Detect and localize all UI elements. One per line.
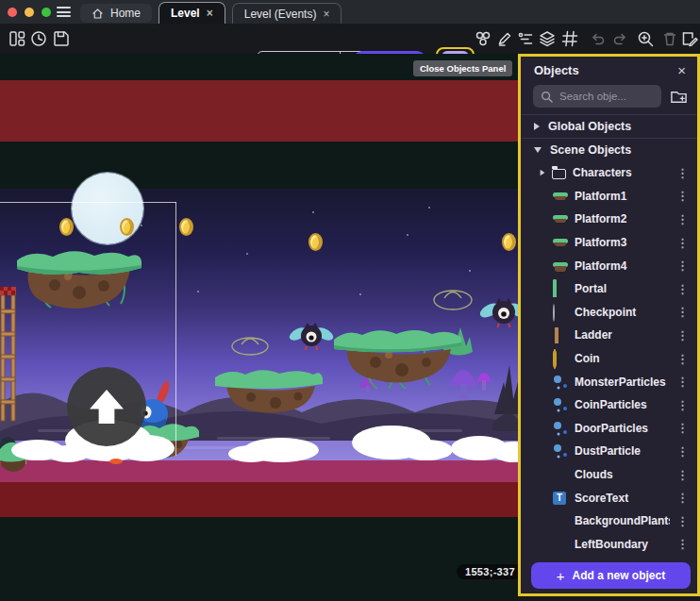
tab-home[interactable]: Home: [80, 4, 152, 23]
kebab-menu-icon[interactable]: ⋮: [676, 212, 689, 226]
zoom-in-icon[interactable]: [637, 30, 654, 47]
balloon-cloud-instance[interactable]: [72, 173, 143, 244]
chevron-right-icon: [541, 170, 545, 175]
tab-label: Home: [110, 7, 141, 20]
tab-label: Level (Events): [244, 8, 317, 21]
ufo-sketch-left: [232, 338, 268, 355]
platform-thumbnail-icon: [553, 259, 568, 274]
scene-editor-canvas[interactable]: 1553;-337: [0, 54, 518, 601]
object-item-label: Platform2: [575, 212, 670, 225]
object-item-label: Platform4: [575, 259, 670, 273]
kebab-menu-icon[interactable]: ⋮: [676, 328, 689, 342]
window-controls: [8, 8, 51, 17]
kebab-menu-icon[interactable]: ⋮: [676, 375, 689, 389]
add-folder-icon[interactable]: [670, 88, 688, 106]
close-tab-icon[interactable]: ×: [207, 8, 213, 19]
monster-instance-center[interactable]: [288, 323, 336, 350]
kebab-menu-icon[interactable]: ⋮: [676, 421, 689, 435]
background-plants-instance[interactable]: [492, 365, 518, 431]
instances-list-icon[interactable]: [517, 30, 534, 47]
tab-level-events[interactable]: Level (Events) ×: [232, 3, 342, 24]
group-global-objects[interactable]: Global Objects: [521, 114, 697, 138]
platform-instance-top-left[interactable]: [17, 251, 142, 309]
kebab-menu-icon[interactable]: ⋮: [676, 259, 689, 273]
kebab-menu-icon[interactable]: ⋮: [676, 468, 689, 482]
particles-thumbnail-icon: [553, 375, 568, 390]
kebab-menu-icon[interactable]: ⋮: [676, 444, 689, 459]
group-scene-objects[interactable]: Scene Objects: [521, 138, 697, 161]
object-item-label: Clouds: [575, 468, 670, 481]
close-tab-icon[interactable]: ×: [323, 8, 329, 20]
folder-icon: [552, 169, 566, 179]
undo-icon[interactable]: [590, 30, 607, 47]
particles-thumbnail-icon: [553, 443, 568, 459]
panels-layout-icon[interactable]: [8, 30, 25, 47]
object-item-platform3[interactable]: Platform3⋮: [521, 231, 697, 255]
group-label: Global Objects: [548, 120, 631, 133]
kebab-menu-icon[interactable]: ⋮: [676, 282, 689, 296]
add-new-object-button[interactable]: + Add a new object: [531, 562, 691, 589]
object-item-scoretext[interactable]: TScoreText⋮: [521, 486, 697, 509]
object-item-dustparticle[interactable]: DustParticle⋮: [521, 440, 697, 463]
group-label: Scene Objects: [550, 143, 631, 157]
kebab-menu-icon[interactable]: ⋮: [676, 236, 689, 250]
ladder-instance[interactable]: [0, 287, 16, 421]
edit-pencil-icon[interactable]: [496, 30, 513, 47]
maximize-window-button[interactable]: [42, 8, 51, 17]
object-item-ladder[interactable]: Ladder⋮: [521, 324, 697, 347]
gdevelop-editor-window: Home Level × Level (Events) × Preview: [0, 0, 700, 601]
touch-jump-button-instance[interactable]: [67, 367, 146, 446]
object-item-doorparticles[interactable]: DoorParticles⋮: [521, 417, 697, 441]
stars: [86, 207, 471, 295]
checkpoint-thumbnail-icon: [553, 304, 555, 322]
close-window-button[interactable]: [8, 8, 17, 17]
object-item-backgroundplants[interactable]: BackgroundPlants⋮: [521, 509, 697, 533]
kebab-menu-icon[interactable]: ⋮: [676, 305, 689, 319]
save-icon[interactable]: [53, 30, 70, 47]
platform-instance-center[interactable]: [334, 330, 461, 389]
kebab-menu-icon[interactable]: ⋮: [676, 398, 689, 412]
object-item-leftboundary[interactable]: LeftBoundary⋮: [521, 533, 697, 557]
trash-icon[interactable]: [661, 30, 678, 47]
object-item-label: Portal: [575, 282, 670, 295]
grid-icon[interactable]: [561, 30, 578, 47]
kebab-menu-icon[interactable]: ⋮: [676, 189, 689, 203]
edit-scene-properties-icon[interactable]: [681, 30, 698, 47]
main-menu-icon[interactable]: [57, 7, 71, 17]
kebab-menu-icon[interactable]: ⋮: [676, 537, 689, 551]
layers-icon[interactable]: [539, 30, 556, 47]
minimize-window-button[interactable]: [25, 8, 34, 17]
tab-label: Level: [171, 7, 200, 20]
objects-panel: Objects × Search obje... Global Objects …: [518, 54, 700, 596]
coin-instance[interactable]: [120, 218, 134, 236]
redo-icon[interactable]: [611, 30, 628, 47]
platform-thumbnail-icon: [553, 235, 568, 250]
coin-instance[interactable]: [308, 233, 323, 251]
scene-window-border-right: [175, 202, 176, 456]
kebab-menu-icon[interactable]: ⋮: [676, 514, 689, 528]
object-item-portal[interactable]: Portal⋮: [521, 277, 697, 301]
object-item-characters[interactable]: Characters ⋮: [521, 161, 697, 185]
object-item-platform2[interactable]: Platform2⋮: [521, 208, 697, 231]
kebab-menu-icon[interactable]: ⋮: [676, 352, 689, 366]
toolbar: Preview Share: [0, 24, 700, 54]
object-item-coinparticles[interactable]: CoinParticles⋮: [521, 393, 697, 417]
object-item-platform1[interactable]: Platform1⋮: [521, 185, 697, 209]
object-groups-icon[interactable]: [475, 30, 492, 47]
coin-instance[interactable]: [179, 218, 193, 236]
object-item-clouds[interactable]: Clouds⋮: [521, 463, 697, 487]
kebab-menu-icon[interactable]: ⋮: [676, 491, 689, 505]
history-icon[interactable]: [30, 30, 47, 47]
kebab-menu-icon[interactable]: ⋮: [676, 166, 689, 180]
panel-title: Objects: [534, 63, 579, 77]
search-input[interactable]: Search obje...: [533, 85, 661, 108]
object-item-coin[interactable]: Coin⋮: [521, 347, 697, 371]
coin-instance[interactable]: [502, 233, 516, 251]
monster-instance-right[interactable]: [477, 298, 518, 327]
object-item-platform4[interactable]: Platform4⋮: [521, 254, 697, 277]
object-item-monsterparticles[interactable]: MonsterParticles⋮: [521, 370, 697, 393]
object-item-checkpoint[interactable]: Checkpoint⋮: [521, 301, 697, 325]
tab-level[interactable]: Level ×: [158, 2, 225, 24]
coin-instance[interactable]: [59, 218, 74, 236]
close-panel-icon[interactable]: ×: [677, 62, 686, 78]
